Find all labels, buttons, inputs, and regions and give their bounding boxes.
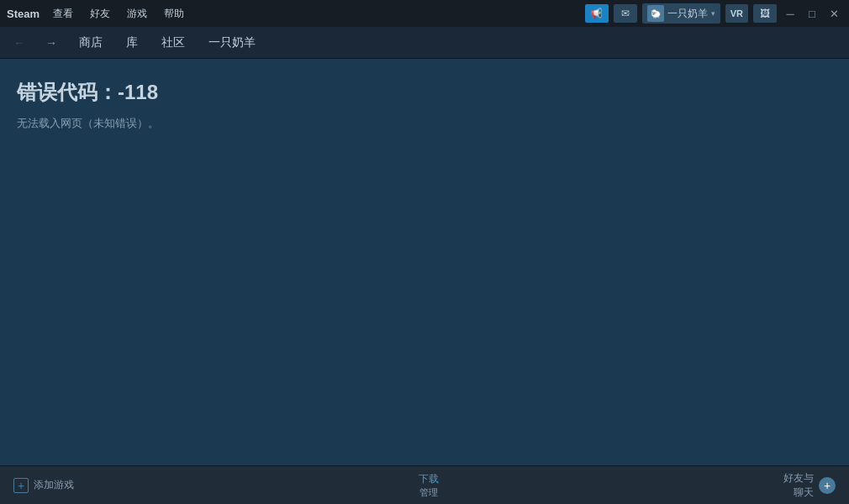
messages-button[interactable]: ✉	[614, 4, 637, 23]
plus-icon: +	[13, 478, 29, 493]
downloads-button[interactable]: 下载 管理	[419, 472, 439, 499]
maximize-button[interactable]: □	[804, 5, 820, 22]
friends-add-icon: +	[819, 477, 836, 494]
back-button[interactable]: ←	[10, 34, 29, 52]
nav-profile[interactable]: 一只奶羊	[203, 32, 261, 54]
username-text: 一只奶羊	[667, 7, 708, 21]
manage-label: 管理	[419, 486, 438, 499]
nav-store[interactable]: 商店	[74, 32, 108, 54]
add-game-label: 添加游戏	[34, 478, 74, 492]
error-code-title: 错误代码：-118	[17, 79, 832, 106]
menu-item-view[interactable]: 查看	[50, 5, 76, 23]
steam-logo: Steam	[7, 8, 40, 20]
broadcast-button[interactable]: 📢	[585, 4, 609, 23]
title-bar-left: Steam 查看 好友 游戏 帮助	[7, 5, 585, 23]
menu-item-friends[interactable]: 好友	[87, 5, 113, 23]
nav-community[interactable]: 社区	[156, 32, 190, 54]
error-description: 无法载入网页（未知错误）。	[17, 116, 832, 131]
screenshot-button[interactable]: 🖼	[753, 4, 777, 23]
forward-button[interactable]: →	[42, 34, 61, 52]
minimize-button[interactable]: ─	[782, 5, 799, 22]
nav-bar: ← → 商店 库 社区 一只奶羊	[0, 27, 849, 59]
close-button[interactable]: ✕	[825, 5, 842, 22]
main-content: 错误代码：-118 无法载入网页（未知错误）。	[0, 59, 849, 465]
chevron-down-icon: ▾	[711, 9, 715, 18]
vr-button[interactable]: VR	[725, 4, 748, 23]
status-bar: + 添加游戏 下载 管理 好友与 聊天 +	[0, 465, 849, 504]
user-area[interactable]: 🐑 一只奶羊 ▾	[642, 3, 720, 24]
friends-chat-button[interactable]: 好友与 聊天 +	[783, 471, 836, 500]
avatar: 🐑	[647, 5, 664, 22]
menu-item-help[interactable]: 帮助	[161, 5, 187, 23]
nav-library[interactable]: 库	[121, 32, 143, 54]
title-bar: Steam 查看 好友 游戏 帮助 📢 ✉ 🐑 一只奶羊 ▾ VR 🖼 ─ □ …	[0, 0, 849, 27]
title-bar-right: 📢 ✉ 🐑 一只奶羊 ▾ VR 🖼 ─ □ ✕	[585, 3, 842, 24]
menu-item-games[interactable]: 游戏	[124, 5, 150, 23]
friends-chat-label: 好友与 聊天	[783, 471, 814, 500]
add-game-button[interactable]: + 添加游戏	[13, 478, 74, 493]
download-label: 下载	[419, 472, 439, 486]
